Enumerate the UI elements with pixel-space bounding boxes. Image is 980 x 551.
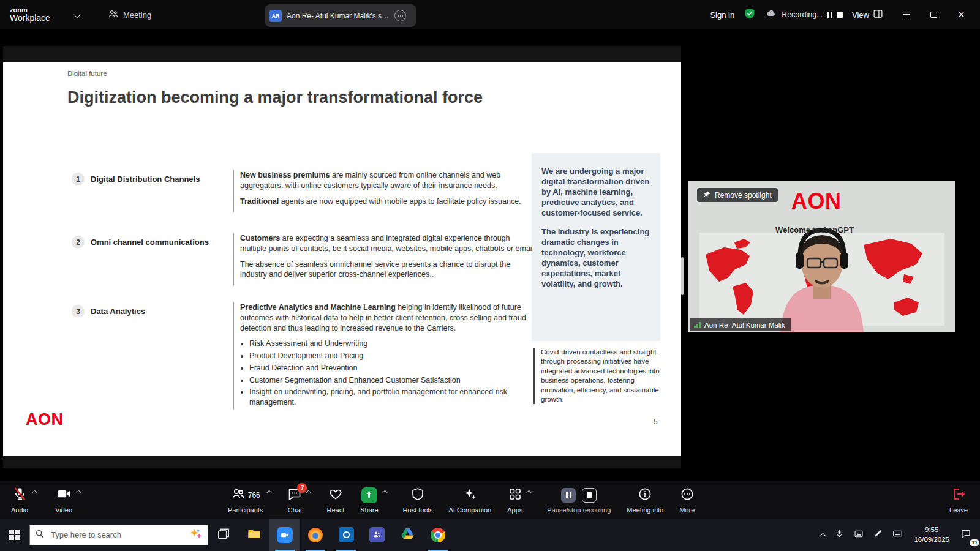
google-drive-app[interactable] xyxy=(392,519,423,551)
search-highlights-icon[interactable] xyxy=(189,527,203,543)
stop-recording-icon[interactable] xyxy=(837,12,843,18)
task-view-button[interactable] xyxy=(208,519,239,551)
apps-options-chevron-icon[interactable] xyxy=(526,490,532,497)
participants-count: 766 xyxy=(248,491,260,500)
callout-paragraph: We are undergoing a major digital transf… xyxy=(541,167,650,218)
meeting-toolbar: Audio Video xyxy=(0,481,980,519)
apps-button[interactable]: Apps xyxy=(507,483,531,517)
ai-companion-button[interactable]: AI Companion xyxy=(449,483,492,517)
search-input[interactable] xyxy=(50,530,184,540)
windows-logo-icon xyxy=(9,530,20,541)
video-options-chevron-icon[interactable] xyxy=(76,490,82,497)
slide-item-heading: Digital Distribution Channels xyxy=(91,174,228,184)
video-label: Video xyxy=(55,506,72,514)
audio-button[interactable]: Audio xyxy=(11,483,37,517)
tray-expand-button[interactable] xyxy=(816,519,830,551)
leave-button[interactable]: Leave xyxy=(949,483,968,517)
chevron-down-icon[interactable] xyxy=(74,11,80,18)
share-button[interactable]: Share xyxy=(360,483,386,517)
slide-bullet: Product Development and Pricing xyxy=(249,351,537,361)
maximize-button[interactable] xyxy=(920,0,948,29)
react-button[interactable]: React xyxy=(326,483,344,517)
slide-title: Digitization becoming a major transforma… xyxy=(67,88,483,107)
leave-label: Leave xyxy=(949,506,968,514)
apps-label: Apps xyxy=(507,506,522,514)
recording-status: Recording... xyxy=(765,9,843,21)
outlook-icon xyxy=(339,527,354,542)
more-label: More xyxy=(679,506,695,514)
stop-recording-button[interactable] xyxy=(582,488,597,503)
outlook-app[interactable] xyxy=(331,519,361,551)
avatar: AR xyxy=(270,10,282,22)
start-button[interactable] xyxy=(0,519,29,551)
close-button[interactable]: × xyxy=(948,0,975,29)
chat-button[interactable]: 7 Chat xyxy=(287,483,311,517)
share-screen-icon xyxy=(361,487,377,503)
share-options-chevron-icon[interactable] xyxy=(382,490,388,497)
scrollbar-thumb[interactable] xyxy=(681,257,684,295)
participant-video-tile: Remove spotlight AON Welcome to AonGPT A… xyxy=(688,181,956,332)
tab-meeting[interactable]: Meeting xyxy=(108,9,151,21)
clock-time: 9:55 xyxy=(914,525,949,535)
slide-eyebrow: Digital future xyxy=(67,70,107,77)
spotlight-pin-icon xyxy=(703,190,711,200)
cloud-recording-icon xyxy=(765,9,777,21)
view-button-label: View xyxy=(852,10,869,20)
slide-item-number: 1 xyxy=(72,173,85,186)
info-icon xyxy=(638,487,652,504)
slide-item-heading: Omni channel communications xyxy=(91,238,228,247)
taskbar-clock[interactable]: 9:55 16/09/2025 xyxy=(908,525,956,544)
tab-shared-screen-label: Aon Re- Atul Kumar Malik's scree xyxy=(287,12,390,20)
chrome-app[interactable] xyxy=(423,519,453,551)
more-button[interactable]: More xyxy=(679,483,695,517)
tab-shared-screen[interactable]: AR Aon Re- Atul Kumar Malik's scree xyxy=(265,4,417,27)
chrome-icon xyxy=(431,528,445,542)
tab-options-icon[interactable] xyxy=(394,10,406,21)
close-icon: × xyxy=(958,9,965,20)
title-bar: zoom Workplace Meeting AR Aon Re- Atul K… xyxy=(0,0,980,29)
aon-logo: AON xyxy=(26,410,64,429)
slide-paragraph: Customers are expecting a seamless and i… xyxy=(240,233,537,254)
audio-options-chevron-icon[interactable] xyxy=(32,490,38,497)
chat-options-chevron-icon[interactable] xyxy=(306,490,312,497)
firefox-app[interactable] xyxy=(300,519,331,551)
tray-touch-keyboard-button[interactable] xyxy=(888,519,908,551)
camera-icon xyxy=(56,486,72,504)
zoom-app[interactable] xyxy=(270,519,300,551)
clock-date: 16/09/2025 xyxy=(914,535,949,545)
pause-recording-icon[interactable] xyxy=(827,12,833,18)
slide-bullet: Customer Segmentation and Enhanced Custo… xyxy=(249,375,537,386)
pause-recording-button[interactable] xyxy=(561,488,576,503)
callout-paragraph: The industry is experiencing dramatic ch… xyxy=(541,227,650,289)
slide-page-number: 5 xyxy=(654,418,658,426)
people-icon xyxy=(108,9,119,21)
view-button[interactable]: View xyxy=(852,9,883,21)
remove-spotlight-button[interactable]: Remove spotlight xyxy=(697,188,778,202)
participants-button[interactable]: 766 Participants xyxy=(228,483,271,517)
system-tray: 9:55 16/09/2025 11 xyxy=(816,519,980,551)
participants-icon xyxy=(231,487,246,504)
video-button[interactable]: Video xyxy=(55,483,81,517)
remove-spotlight-label: Remove spotlight xyxy=(715,191,772,200)
chat-label: Chat xyxy=(288,506,302,514)
tray-pen-button[interactable] xyxy=(869,519,888,551)
teams-app[interactable] xyxy=(361,519,392,551)
notification-count-badge: 11 xyxy=(970,539,979,546)
slide-item-body: Predictive Analytics and Machine Learnin… xyxy=(233,302,537,410)
slide-callout-box: We are undergoing a major digital transf… xyxy=(532,153,660,341)
meeting-info-button[interactable]: Meeting info xyxy=(627,483,663,517)
notification-center-button[interactable]: 11 xyxy=(956,519,980,551)
host-tools-button[interactable]: Host tools xyxy=(403,483,433,517)
participant-name: Aon Re- Atul Kumar Malik xyxy=(704,321,785,329)
minimize-button[interactable] xyxy=(892,0,920,29)
slide-bullet-list: Risk Assessment and Underwriting Product… xyxy=(249,339,537,408)
security-shield-icon[interactable] xyxy=(744,7,756,22)
taskbar-search[interactable] xyxy=(29,525,208,545)
file-explorer-app[interactable] xyxy=(239,519,270,551)
ai-companion-label: AI Companion xyxy=(449,506,492,514)
microphone-muted-icon xyxy=(12,486,28,504)
tray-microphone-button[interactable] xyxy=(830,519,849,551)
participants-options-chevron-icon[interactable] xyxy=(266,490,273,497)
tray-display-button[interactable] xyxy=(849,519,869,551)
sign-in-button[interactable]: Sign in xyxy=(710,10,734,20)
